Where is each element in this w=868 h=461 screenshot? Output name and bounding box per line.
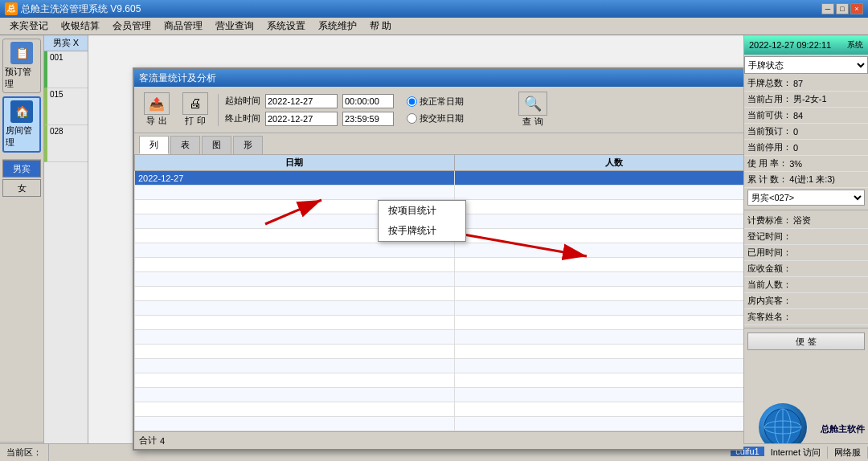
context-menu: 按项目统计 按手牌统计: [378, 200, 466, 242]
menu-help[interactable]: 帮 助: [363, 18, 398, 35]
tab-shape[interactable]: 形: [233, 136, 263, 154]
radio-shift-date[interactable]: 按交班日期: [407, 112, 464, 124]
app-title: 总舱主洗浴管理系统 V9.605: [21, 2, 821, 16]
export-button[interactable]: 📤 导 出: [141, 92, 173, 127]
left-sidebar: 📋 预订管理 🏠 房间管理 男宾 女 手牌: [0, 35, 44, 461]
tab-table[interactable]: 表: [170, 136, 200, 154]
radio-normal-date[interactable]: 按正常日期: [407, 96, 464, 108]
radio-normal-label: 按正常日期: [420, 96, 464, 108]
stat-row-avail: 当前可供： 84: [744, 108, 868, 124]
query-label: 查 询: [522, 116, 542, 128]
table-row: [135, 402, 744, 417]
tab-list[interactable]: 列: [139, 136, 169, 154]
wristband-status-select[interactable]: 手牌状态: [744, 56, 868, 74]
room-028-label: 028: [50, 127, 85, 136]
room-item-015[interactable]: 015: [44, 88, 88, 125]
title-bar: 总 总舱主洗浴管理系统 V9.605 ─ □ ×: [0, 0, 868, 18]
stat-value-disabled: 0: [793, 143, 798, 153]
male-guest-btn[interactable]: 男宾: [2, 160, 41, 177]
end-time-input[interactable]: [342, 112, 394, 126]
stat-value-avail: 84: [793, 111, 803, 120]
room-list-panel: 男宾 X 001 015 028: [44, 35, 88, 461]
tab-chart[interactable]: 图: [202, 136, 231, 154]
network-segment: 网络服: [828, 447, 868, 459]
maximize-button[interactable]: □: [836, 3, 849, 14]
radio-shift-label: 按交班日期: [420, 112, 464, 124]
footer-total: 合计 4: [139, 434, 165, 447]
export-label: 导 出: [146, 115, 166, 127]
section-divider-1: [744, 210, 868, 210]
stat-row-reserved: 当前预订： 0: [744, 124, 868, 140]
section-divider-2: [744, 328, 868, 328]
context-menu-by-wristband[interactable]: 按手牌统计: [379, 221, 465, 241]
right-panel: 2022-12-27 09:22:11 系统 手牌状态 手牌总数： 87 当前占…: [743, 35, 868, 461]
internet-text: Internet 访问: [771, 447, 821, 459]
menu-bar: 来宾登记 收银结算 会员管理 商品管理 营业查询 系统设置 系统维护 帮 助: [0, 18, 868, 35]
info-fee-standard: 计费标准： 浴资: [744, 213, 868, 229]
menu-products[interactable]: 商品管理: [158, 18, 209, 35]
end-date-input[interactable]: [265, 112, 338, 126]
col-count: 人数: [454, 155, 743, 171]
query-button[interactable]: 🔍 查 询: [518, 92, 547, 128]
network-label: 网络服: [834, 447, 861, 459]
stat-label-total: 手牌总数：: [747, 77, 792, 89]
menu-cashier[interactable]: 收银结算: [55, 18, 106, 35]
minimize-button[interactable]: ─: [821, 3, 834, 14]
start-date-input[interactable]: [265, 94, 338, 108]
start-date-row: 起始时间: [225, 94, 394, 108]
info-checkin-time: 登记时间：: [744, 229, 868, 245]
table-row: [135, 388, 744, 402]
info-current-guests: 当前人数：: [744, 277, 868, 293]
footer-label: 合计: [139, 434, 157, 447]
footer-value: 4: [160, 436, 165, 446]
data-table: 日期 人数 2022-12-27 4: [134, 154, 743, 431]
stat-value-total: 87: [793, 79, 803, 88]
menu-settings[interactable]: 系统设置: [260, 18, 312, 35]
table-row: [135, 373, 744, 388]
context-menu-by-project[interactable]: 按项目统计: [379, 201, 465, 221]
info-guest-name: 宾客姓名：: [744, 309, 868, 325]
table-row: [135, 243, 744, 258]
start-time-input[interactable]: [342, 94, 394, 108]
menu-operations[interactable]: 营业查询: [209, 18, 260, 35]
table-row: [135, 316, 744, 330]
room-item-001[interactable]: 001: [44, 51, 88, 88]
status-area: 当前区：: [0, 444, 49, 461]
note-button[interactable]: 便 签: [747, 332, 865, 350]
menu-maintenance[interactable]: 系统维护: [312, 18, 363, 35]
print-button[interactable]: 🖨 打 印: [179, 92, 211, 127]
room-item-028[interactable]: 028: [44, 125, 88, 162]
cell-count: 4: [454, 171, 743, 186]
stat-value-rate: 3%: [789, 159, 802, 169]
room-icon: 🏠: [10, 100, 33, 123]
stat-label-cumulative: 累 计 数：: [747, 173, 788, 186]
logo-text: 总舱主软件: [821, 423, 865, 435]
menu-checkin[interactable]: 来宾登记: [3, 18, 55, 35]
preorder-button[interactable]: 📋 预订管理: [2, 39, 41, 93]
female-guest-btn[interactable]: 女: [2, 179, 41, 197]
toolbar-separator: [218, 94, 219, 126]
export-icon: 📤: [144, 92, 170, 115]
stat-label-inuse: 当前占用：: [747, 93, 792, 105]
right-datetime: 2022-12-27 09:22:11: [749, 40, 831, 50]
menu-members[interactable]: 会员管理: [106, 18, 158, 35]
cell-date: 2022-12-27: [135, 171, 455, 186]
main-area: 📋 预订管理 🏠 房间管理 男宾 女 手牌 男宾 X 001 015 028: [0, 35, 868, 461]
end-date-label: 终止时间: [225, 112, 260, 124]
room-list-header: 男宾 X: [44, 35, 88, 51]
stat-label-rate: 使 用 率：: [747, 157, 788, 169]
room-select[interactable]: 男宾<027>: [747, 190, 865, 206]
close-button[interactable]: ×: [850, 3, 863, 14]
modal-title-bar: 客流量统计及分析 ×: [134, 69, 743, 87]
stat-label-avail: 当前可供：: [747, 109, 792, 121]
room-list-title: 男宾 X: [53, 37, 79, 49]
room-mgmt-button[interactable]: 🏠 房间管理: [2, 96, 41, 153]
info-room-guests: 房内宾客：: [744, 293, 868, 309]
stat-label-disabled: 当前停用：: [747, 141, 792, 153]
start-date-label: 起始时间: [225, 95, 260, 107]
window-controls: ─ □ ×: [821, 3, 863, 14]
table-row: [135, 301, 744, 316]
table-row[interactable]: 2022-12-27 4: [135, 171, 744, 186]
app-icon: 总: [5, 2, 18, 15]
right-panel-header: 2022-12-27 09:22:11 系统: [744, 35, 868, 55]
